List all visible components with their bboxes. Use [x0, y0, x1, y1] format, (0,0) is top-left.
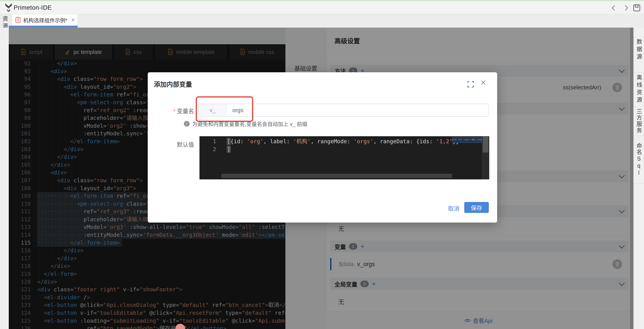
line-number: 1 — [200, 138, 216, 145]
document-tab[interactable]: 机构选择组件示例* × — [12, 14, 77, 26]
var-name-input[interactable]: v_ orgs — [198, 104, 489, 117]
line-number: 2 — [200, 145, 216, 153]
default-value-code-line: 1[{id: 'org', label: '机构', rangeMode: 'o… — [200, 138, 489, 145]
dialog-title: 添加内部变量 — [154, 79, 192, 88]
left-rail — [0, 27, 9, 329]
title-bar: Primeton-IDE — [0, 1, 644, 14]
default-value-code-line: 2] — [200, 145, 489, 153]
active-tab-underline — [9, 26, 78, 27]
document-tab-strip — [0, 14, 644, 28]
save-button[interactable]: 保存 — [464, 202, 489, 213]
save-icon[interactable] — [632, 4, 641, 12]
fullscreen-icon[interactable] — [467, 81, 474, 88]
close-icon[interactable]: × — [480, 77, 486, 88]
close-icon[interactable]: × — [71, 16, 75, 23]
right-rail: 数据源 离线资源 三方服务 命名Sql — [634, 27, 644, 329]
cancel-button[interactable]: 取消 — [445, 203, 462, 213]
rail-item-third-party-services[interactable]: 三方服务 — [634, 106, 644, 136]
rail-item-offline-resources[interactable]: 离线资源 — [634, 72, 644, 106]
add-internal-variable-dialog: 添加内部变量 × *变量名 v_ orgs i 为避免和内置变量重名,变量名会自… — [148, 72, 497, 223]
file-icon — [15, 17, 20, 23]
rail-item-named-sql[interactable]: 命名Sql — [634, 136, 644, 184]
nav-back-icon[interactable] — [610, 4, 617, 11]
minimap: [{id: 'org', label: '机构', rangeMode: 'or… — [452, 137, 482, 143]
scrollbar-thumb[interactable] — [483, 137, 488, 152]
app-window: Primeton-IDE 资源 机构选择组件示例* × scriptpc tem… — [0, 0, 644, 329]
document-tab-label: 机构选择组件示例* — [23, 16, 67, 24]
rail-item-datasource[interactable]: 数据源 — [634, 27, 644, 72]
var-name-prefix: v_ — [199, 104, 227, 116]
info-icon: i — [184, 121, 190, 127]
default-value-label: 默认值 — [145, 140, 194, 148]
default-value-editor[interactable]: 1[{id: 'org', label: '机构', rangeMode: 'o… — [200, 136, 489, 179]
hint-text: 为避免和内置变量重名,变量名会自动加上 v_ 前缀 — [192, 120, 307, 127]
required-asterisk: * — [174, 108, 176, 115]
editor-scrollbar-vertical[interactable] — [482, 136, 489, 179]
editor-scrollbar-horizontal[interactable] — [222, 174, 452, 178]
app-title: Primeton-IDE — [14, 4, 52, 11]
app-logo-icon — [4, 3, 13, 12]
var-name-value[interactable]: orgs — [227, 104, 488, 116]
nav-forward-icon[interactable] — [622, 4, 630, 11]
hint-row: i 为避免和内置变量重名,变量名会自动加上 v_ 前缀 — [184, 120, 307, 127]
var-name-label: *变量名 — [145, 107, 194, 115]
